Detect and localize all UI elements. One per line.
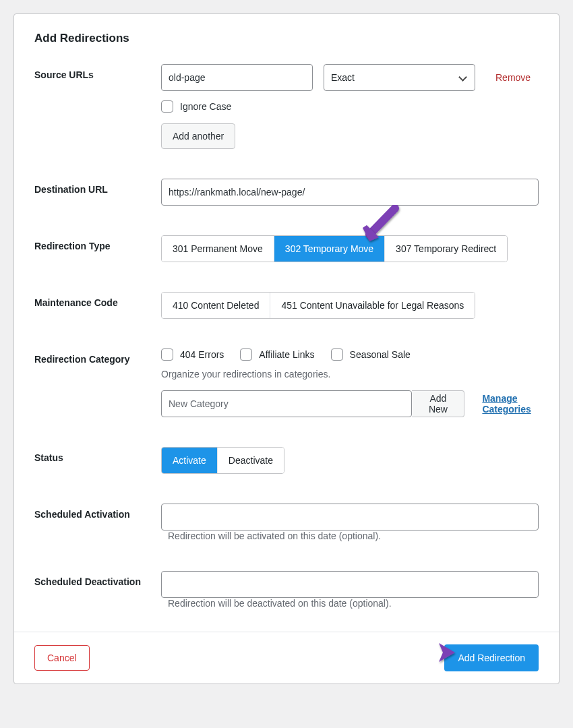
label-source-urls: Source URLs — [34, 64, 161, 80]
source-url-input[interactable] — [161, 64, 313, 91]
cancel-button[interactable]: Cancel — [34, 645, 90, 671]
status-group: Activate Deactivate — [161, 447, 284, 474]
status-activate[interactable]: Activate — [162, 448, 218, 473]
category-seasonal-label: Seasonal Sale — [350, 349, 411, 360]
add-redirections-panel: Add Redirections Source URLs Exact Remov… — [13, 13, 560, 684]
chevron-down-icon — [458, 73, 468, 82]
page-title: Add Redirections — [34, 32, 539, 45]
category-seasonal-checkbox[interactable] — [331, 348, 343, 361]
activation-help-text: Redirection will be activated on this da… — [168, 530, 381, 541]
add-new-category-button[interactable]: Add New — [412, 390, 464, 417]
ignore-case-label: Ignore Case — [180, 101, 231, 112]
new-category-input[interactable] — [161, 390, 412, 417]
match-type-select[interactable]: Exact — [324, 64, 475, 91]
add-redirection-button[interactable]: Add Redirection — [444, 644, 539, 671]
redirection-type-302[interactable]: 302 Temporary Move — [274, 236, 385, 262]
status-deactivate[interactable]: Deactivate — [218, 448, 284, 473]
maintenance-451[interactable]: 451 Content Unavailable for Legal Reason… — [270, 293, 475, 318]
manage-categories-link[interactable]: Manage Categories — [482, 393, 539, 415]
label-scheduled-deactivation: Scheduled Deactivation — [34, 571, 161, 587]
label-status: Status — [34, 447, 161, 463]
label-redirection-category: Redirection Category — [34, 348, 161, 365]
label-redirection-type: Redirection Type — [34, 235, 161, 251]
scheduled-deactivation-input[interactable] — [161, 571, 539, 598]
ignore-case-checkbox[interactable] — [161, 100, 173, 113]
label-destination-url: Destination URL — [34, 179, 161, 195]
category-404-checkbox[interactable] — [161, 348, 173, 361]
redirection-type-group: 301 Permanent Move 302 Temporary Move 30… — [161, 235, 508, 262]
deactivation-help-text: Redirection will be deactivated on this … — [168, 598, 392, 609]
category-affiliate-checkbox[interactable] — [240, 348, 252, 361]
category-affiliate-label: Affiliate Links — [259, 349, 314, 360]
category-help-text: Organize your redirections in categories… — [161, 369, 539, 380]
category-404-label: 404 Errors — [180, 349, 224, 360]
remove-source-link[interactable]: Remove — [495, 72, 531, 83]
label-scheduled-activation: Scheduled Activation — [34, 504, 161, 520]
redirection-type-301[interactable]: 301 Permanent Move — [162, 236, 274, 262]
scheduled-activation-input[interactable] — [161, 504, 539, 530]
match-type-value: Exact — [331, 72, 355, 83]
redirection-type-307[interactable]: 307 Temporary Redirect — [385, 236, 507, 262]
maintenance-code-group: 410 Content Deleted 451 Content Unavaila… — [161, 292, 475, 319]
maintenance-410[interactable]: 410 Content Deleted — [162, 293, 270, 318]
add-another-button[interactable]: Add another — [161, 123, 235, 149]
label-maintenance-code: Maintenance Code — [34, 292, 161, 308]
destination-url-input[interactable] — [161, 179, 539, 206]
